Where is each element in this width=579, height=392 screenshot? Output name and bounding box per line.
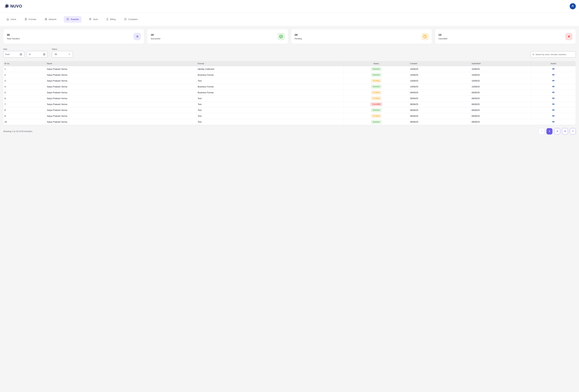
cell-submitted: 06/06/25 xyxy=(470,113,531,119)
cell-format: Test xyxy=(197,95,344,101)
cell-created: 10/06/25 xyxy=(409,66,470,72)
profile-avatar[interactable] xyxy=(570,3,576,9)
col-created: Created xyxy=(409,61,470,66)
cell-format: Identity Collection xyxy=(197,66,344,72)
view-action-button[interactable] xyxy=(551,114,555,118)
stat-card-successful: 18 Successful xyxy=(147,29,288,44)
cell-format: Test xyxy=(197,78,344,84)
cell-submitted: 06/06/25 xyxy=(470,95,531,101)
cell-format: Test xyxy=(197,113,344,119)
cell-format: Business Format xyxy=(197,84,344,90)
cell-sr: 8 xyxy=(3,107,46,113)
cell-submitted: 10/06/25 xyxy=(470,72,531,78)
status-badge: Success xyxy=(371,120,381,124)
cell-created: 06/06/25 xyxy=(409,95,470,101)
view-action-button[interactable] xyxy=(551,96,555,101)
cell-submitted: 10/06/25 xyxy=(470,84,531,90)
nav-item-network[interactable]: Network xyxy=(44,16,57,23)
billing-icon xyxy=(106,18,109,21)
col-submitted: Submitted xyxy=(470,61,531,66)
table-row: 4 Satya Prakash Verma Business Format Su… xyxy=(3,84,576,90)
cell-sr: 5 xyxy=(3,90,46,95)
cell-created: 06/06/25 xyxy=(409,101,470,107)
cell-submitted: 10/06/25 xyxy=(470,78,531,84)
view-action-button[interactable] xyxy=(551,102,555,107)
nav-item-billing[interactable]: Billing xyxy=(105,16,117,23)
transfer-icon xyxy=(66,18,69,21)
view-action-button[interactable] xyxy=(551,90,555,95)
clock-icon xyxy=(421,33,429,40)
status-badge: Success xyxy=(371,73,381,77)
brand-name: NUVO xyxy=(10,4,22,8)
user-icon xyxy=(571,4,575,8)
eye-icon xyxy=(552,79,555,83)
view-action-button[interactable] xyxy=(551,84,555,89)
status-badge: Cancelled xyxy=(370,102,382,106)
user-circle-icon xyxy=(45,18,47,21)
date-filter: Date xyxy=(3,48,48,58)
col-name: Name xyxy=(46,61,197,66)
status-badge: Pending xyxy=(371,79,381,83)
cell-created: 06/06/25 xyxy=(409,113,470,119)
stat-value: 10 xyxy=(438,33,447,36)
status-badge: Pending xyxy=(371,91,381,94)
page-button-3[interactable]: 3 xyxy=(562,128,568,134)
table-row: 3 Satya Prakash Verma Test Pending 10/06… xyxy=(3,78,576,84)
table-row: 10 Satya Prakash Verma Test Success 06/0… xyxy=(3,119,576,125)
eye-icon xyxy=(552,73,555,77)
status-filter: Status All xyxy=(52,48,73,58)
status-badge: Success xyxy=(371,67,381,71)
page-button-1[interactable]: 1 xyxy=(546,128,552,134)
page-button-2[interactable]: 2 xyxy=(554,128,560,134)
stat-label: Cancelled xyxy=(438,38,447,40)
prev-page-button[interactable] xyxy=(539,128,545,134)
next-page-button[interactable] xyxy=(570,128,576,134)
nav-item-vault[interactable]: Vault xyxy=(88,16,98,23)
table-header-row: Sr no. Name Format Status Created Submit… xyxy=(3,61,576,66)
view-action-button[interactable] xyxy=(551,79,555,83)
search-input[interactable] xyxy=(530,51,576,58)
cell-submitted: 06/06/25 xyxy=(470,90,531,95)
table-row: 2 Satya Prakash Verma Business Format Su… xyxy=(3,72,576,78)
stat-value: 28 xyxy=(294,33,302,36)
asterisk-icon xyxy=(4,4,9,9)
cell-submitted: 06/06/25 xyxy=(470,101,531,107)
nav-item-transfer[interactable]: Transfer xyxy=(64,16,81,23)
eye-icon xyxy=(552,114,555,118)
list-icon xyxy=(134,33,141,40)
cell-created: 10/06/25 xyxy=(409,84,470,90)
nav-item-formats[interactable]: Formats xyxy=(24,16,37,23)
view-action-button[interactable] xyxy=(551,120,555,124)
cell-name: Satya Prakash Verma xyxy=(46,90,197,95)
cell-sr: 7 xyxy=(3,101,46,107)
top-bar: NUVO xyxy=(0,0,579,13)
nav-item-complaint[interactable]: Complaint xyxy=(123,16,138,23)
cell-sr: 10 xyxy=(3,119,46,125)
date-label: Date xyxy=(3,48,48,50)
eye-icon xyxy=(552,91,555,94)
cell-name: Satya Prakash Verma xyxy=(46,66,197,72)
document-icon xyxy=(24,18,27,21)
table-footer: Showing 1 to 10 of 50 transfers 123 xyxy=(3,128,576,137)
home-icon xyxy=(6,18,9,21)
stat-label: Successful xyxy=(151,38,160,40)
cell-sr: 1 xyxy=(3,66,46,72)
status-badge: Success xyxy=(371,108,381,112)
status-badge: Pending xyxy=(371,96,381,100)
cell-created: 10/06/25 xyxy=(409,78,470,84)
view-action-button[interactable] xyxy=(551,108,555,112)
cell-sr: 2 xyxy=(3,72,46,78)
col-sr-no: Sr no. xyxy=(3,61,46,66)
view-action-button[interactable] xyxy=(551,73,555,77)
cell-sr: 4 xyxy=(3,84,46,90)
nav-item-home[interactable]: Home xyxy=(6,16,17,23)
col-status: Status xyxy=(344,61,409,66)
x-icon xyxy=(565,33,573,40)
view-action-button[interactable] xyxy=(551,67,555,71)
cell-name: Satya Prakash Verma xyxy=(46,84,197,90)
cell-name: Satya Prakash Verma xyxy=(46,119,197,125)
eye-icon xyxy=(552,85,555,88)
pagination: 123 xyxy=(539,128,576,134)
col-format: Format xyxy=(197,61,344,66)
status-select[interactable]: All xyxy=(52,51,73,58)
